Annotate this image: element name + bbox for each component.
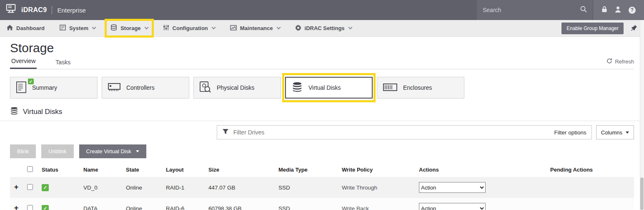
chevron-down-icon <box>144 25 148 30</box>
refresh-label: Refresh <box>615 58 634 65</box>
chevron-down-icon <box>92 25 96 30</box>
storage-nav-cards: ✓ Summary Controllers Physical Disks Vi <box>10 77 634 99</box>
nav-item-configuration[interactable]: Configuration <box>163 20 215 36</box>
caret-down-icon <box>626 132 629 134</box>
pin-icon[interactable] <box>631 25 637 32</box>
cell-size: 447.07 GB <box>204 177 274 198</box>
nav-item-system[interactable]: System <box>60 20 95 36</box>
physical-disks-icon <box>200 81 211 94</box>
nav-label: Dashboard <box>16 25 45 31</box>
col-layout: Layout <box>162 162 204 177</box>
idrac-screen: iDRAC9 Enterprise ? Dashboard <box>0 0 644 210</box>
virtual-disks-section-icon <box>10 107 18 117</box>
controllers-icon <box>108 82 120 94</box>
scrollbar-thumb[interactable] <box>640 177 644 210</box>
table-row: + ✓ DATA Online RAID-6 60798.38 GB SSD W… <box>10 198 634 210</box>
nav-label: Configuration <box>173 25 208 31</box>
system-icon <box>60 25 66 32</box>
create-virtual-disk-button[interactable]: Create Virtual Disk <box>79 144 146 158</box>
row-checkbox[interactable] <box>27 205 33 210</box>
nav-label: iDRAC Settings <box>305 25 345 31</box>
col-pending-actions: Pending Actions <box>546 162 634 177</box>
section-title: Virtual Disks <box>23 108 62 116</box>
unblink-button[interactable]: Unblink <box>41 144 73 158</box>
cell-name: VD_0 <box>79 177 122 198</box>
cell-media-type: SSD <box>274 177 338 198</box>
chevron-down-icon <box>276 25 281 30</box>
topbar-icon-group: ? <box>593 0 644 20</box>
row-checkbox[interactable] <box>27 184 33 190</box>
section-divider <box>0 121 644 121</box>
card-label: Controllers <box>126 84 155 91</box>
enclosures-icon <box>383 83 397 92</box>
card-summary[interactable]: ✓ Summary <box>10 77 98 99</box>
search-input[interactable] <box>483 7 577 13</box>
col-size: Size <box>204 162 274 177</box>
col-name: Name <box>79 162 122 177</box>
refresh-icon <box>606 58 612 65</box>
brand-name: iDRAC9 <box>21 6 47 14</box>
filter-row: Filter options Columns <box>10 125 634 139</box>
configuration-icon <box>163 25 169 32</box>
summary-status-check-icon: ✓ <box>28 78 34 84</box>
nav-item-idrac-settings[interactable]: iDRAC Settings <box>295 20 352 36</box>
card-label: Physical Disks <box>217 84 254 91</box>
chevron-down-icon <box>348 25 352 30</box>
filter-options-link[interactable]: Filter options <box>554 129 586 136</box>
cell-pending-actions <box>546 198 634 210</box>
refresh-button[interactable]: Refresh <box>606 58 634 69</box>
nav-label: Storage <box>120 25 140 31</box>
lock-icon[interactable] <box>601 6 607 14</box>
select-all-checkbox[interactable] <box>27 166 33 172</box>
col-write-policy: Write Policy <box>338 162 415 177</box>
card-enclosures[interactable]: Enclosures <box>377 77 464 99</box>
expand-row-icon[interactable]: + <box>14 204 19 210</box>
nav-item-maintenance[interactable]: Maintenance <box>230 20 280 36</box>
vd-toolbar: Blink Unblink Create Virtual Disk <box>10 144 634 158</box>
col-status: Status <box>38 162 79 177</box>
col-actions: Actions <box>415 162 546 177</box>
columns-dropdown-button[interactable]: Columns <box>596 125 634 139</box>
expand-row-icon[interactable]: + <box>14 183 19 191</box>
nav-right-group: Enable Group Manager <box>561 23 637 34</box>
brand-edition: Enterprise <box>57 7 85 14</box>
home-icon <box>7 25 13 32</box>
caret-down-icon <box>136 150 139 152</box>
row-action-select[interactable]: Action <box>419 182 486 193</box>
select-all-header <box>23 162 38 177</box>
col-media-type: Media Type <box>274 162 338 177</box>
blink-button[interactable]: Blink <box>10 144 36 158</box>
search-icon[interactable] <box>580 6 587 14</box>
nav-item-dashboard[interactable]: Dashboard <box>7 20 45 36</box>
cell-size: 60798.38 GB <box>204 198 274 210</box>
status-ok-icon: ✓ <box>42 184 49 191</box>
create-virtual-disk-label: Create Virtual Disk <box>86 148 131 154</box>
card-controllers[interactable]: Controllers <box>102 77 189 99</box>
cell-pending-actions <box>546 177 634 198</box>
cell-layout: RAID-6 <box>162 198 204 210</box>
tab-tasks[interactable]: Tasks <box>54 56 72 69</box>
cell-media-type: SSD <box>274 198 338 210</box>
filter-drives-box: Filter options <box>217 125 592 139</box>
nav-label: Maintenance <box>240 25 273 31</box>
global-search <box>477 0 593 20</box>
tab-bar: Overview Tasks Refresh <box>10 55 634 69</box>
page-title: Storage <box>10 41 634 55</box>
help-icon[interactable]: ? <box>629 7 636 14</box>
enable-group-manager-button[interactable]: Enable Group Manager <box>561 23 624 34</box>
storage-icon <box>110 24 117 32</box>
filter-drives-input[interactable] <box>233 129 550 136</box>
vertical-scrollbar[interactable] <box>640 20 644 210</box>
user-icon[interactable] <box>615 6 621 14</box>
card-physical-disks[interactable]: Physical Disks <box>193 77 281 99</box>
brand-divider <box>52 6 52 14</box>
nav-label: System <box>69 25 88 31</box>
virtual-disks-icon <box>292 82 303 94</box>
card-virtual-disks[interactable]: Virtual Disks <box>285 77 373 99</box>
col-state: State <box>122 162 162 177</box>
tab-overview[interactable]: Overview <box>10 54 37 69</box>
gear-icon <box>295 25 301 32</box>
funnel-icon <box>222 129 229 136</box>
nav-item-storage[interactable]: Storage <box>110 20 148 36</box>
row-action-select[interactable]: Action <box>419 203 486 210</box>
